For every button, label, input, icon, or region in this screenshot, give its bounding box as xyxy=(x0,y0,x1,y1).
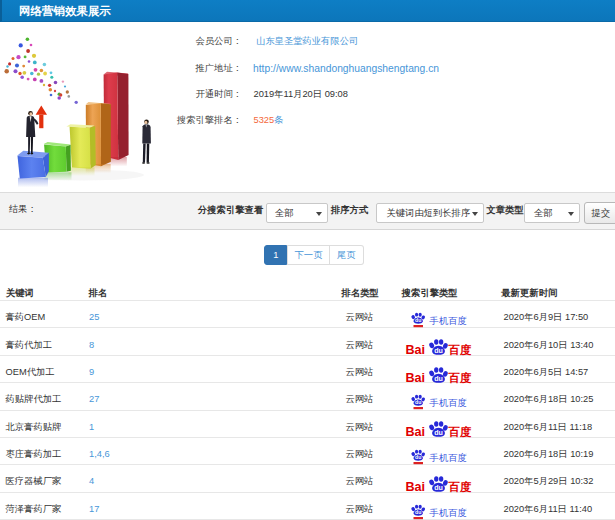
svg-text:Bai: Bai xyxy=(406,425,426,439)
svg-text:百度: 百度 xyxy=(448,425,472,438)
svg-text:Bai: Bai xyxy=(406,370,426,384)
svg-text:百度: 百度 xyxy=(448,370,472,383)
svg-text:手机百度: 手机百度 xyxy=(429,452,467,463)
svg-text:百度: 百度 xyxy=(448,343,472,356)
svg-text:百度: 百度 xyxy=(448,480,472,493)
svg-text:Bai: Bai xyxy=(406,343,426,357)
svg-text:手机百度: 手机百度 xyxy=(429,397,467,408)
svg-text:手机百度: 手机百度 xyxy=(429,315,467,326)
svg-text:手机百度: 手机百度 xyxy=(429,507,467,518)
svg-text:Bai: Bai xyxy=(406,480,426,494)
